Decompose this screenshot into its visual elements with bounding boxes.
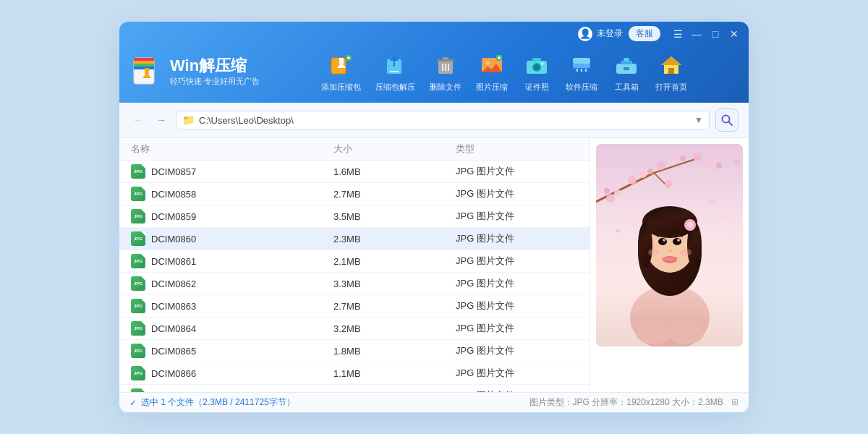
path-bar: 📁 C:\Users\Leo\Desktop\ ▼ xyxy=(176,111,710,129)
user-area: 👤 未登录 xyxy=(578,27,623,41)
file-name: DCIM0866 xyxy=(151,368,196,379)
avatar-icon: 👤 xyxy=(578,27,592,41)
file-type: JPG 图片文件 xyxy=(456,367,578,380)
file-info-text: 图片类型：JPG 分辨率：1920x1280 大小：2.3MB xyxy=(529,397,723,407)
svg-marker-48 xyxy=(661,56,681,65)
search-button[interactable] xyxy=(715,109,739,132)
toolbar-label-img-compress: 图片压缩 xyxy=(476,82,508,93)
file-name-cell: JPG DCIM0863 xyxy=(131,299,333,313)
svg-point-91 xyxy=(687,222,693,228)
file-name: DCIM0862 xyxy=(151,278,196,289)
svg-point-69 xyxy=(726,151,733,158)
toolbar-label-id-photo: 证件照 xyxy=(525,82,549,93)
table-row[interactable]: JPG DCIM0858 2.7MB JPG 图片文件 xyxy=(119,183,590,205)
selection-text: 选中 1 个文件（2.3MB / 2411725字节） xyxy=(141,396,295,409)
svg-point-93 xyxy=(668,323,704,344)
grid-icon[interactable]: ⊞ xyxy=(731,397,739,407)
jpg-icon: JPG xyxy=(131,276,145,291)
svg-point-88 xyxy=(648,249,660,256)
file-type: JPG 图片文件 xyxy=(456,277,578,290)
table-row[interactable]: JPG DCIM0861 2.1MB JPG 图片文件 xyxy=(119,250,590,273)
file-size: 2.1MB xyxy=(333,256,456,267)
header-main: Win解压缩 轻巧快速·专业好用无广告 添加压缩包 压缩包解压 删除文件 图片压… xyxy=(119,43,749,103)
logo-area: Win解压缩 轻巧快速·专业好用无广告 xyxy=(131,56,260,88)
toolbar-item-delete-file[interactable]: 删除文件 xyxy=(424,48,467,95)
svg-rect-22 xyxy=(443,57,448,60)
toolbar-icon-img-compress xyxy=(478,51,506,79)
svg-point-85 xyxy=(677,239,680,242)
table-row[interactable]: JPG DCIM0863 2.7MB JPG 图片文件 xyxy=(119,295,590,318)
file-name-cell: JPG DCIM0866 xyxy=(131,366,333,380)
svg-line-51 xyxy=(729,122,733,126)
toolbar-item-tools[interactable]: 工具箱 xyxy=(606,48,647,95)
file-size: 3.5MB xyxy=(333,211,456,222)
svg-point-62 xyxy=(657,161,665,170)
col-name: 名称 xyxy=(131,142,333,156)
toolbar-item-add-archive[interactable]: 添加压缩包 xyxy=(315,48,367,95)
nav-bar: ← → 📁 C:\Users\Leo\Desktop\ ▼ xyxy=(119,103,749,138)
preview-panel xyxy=(590,138,749,392)
table-row[interactable]: JPG DCIM0860 2.3MB JPG 图片文件 xyxy=(119,228,590,250)
svg-point-89 xyxy=(680,249,692,256)
svg-point-60 xyxy=(639,171,647,178)
svg-rect-49 xyxy=(668,68,674,74)
list-header: 名称 大小 类型 xyxy=(119,138,590,161)
file-type: JPG 图片文件 xyxy=(456,210,578,223)
service-button[interactable]: 客服 xyxy=(629,26,660,41)
jpg-icon: JPG xyxy=(131,164,145,179)
close-button[interactable]: ✕ xyxy=(728,28,740,40)
toolbar-item-open-home[interactable]: 打开首页 xyxy=(650,48,693,95)
svg-point-82 xyxy=(658,238,667,245)
svg-rect-45 xyxy=(624,58,629,61)
col-type: 类型 xyxy=(456,142,578,156)
status-left: ✓ 选中 1 个文件（2.3MB / 2411725字节） xyxy=(129,396,295,409)
table-row[interactable]: JPG DCIM0865 1.8MB JPG 图片文件 xyxy=(119,340,590,362)
jpg-icon: JPG xyxy=(131,209,145,224)
toolbar-item-id-photo[interactable]: 证件照 xyxy=(516,48,557,95)
status-bar: ✓ 选中 1 个文件（2.3MB / 2411725字节） 图片类型：JPG 分… xyxy=(119,392,749,412)
file-name-cell: JPG DCIM0860 xyxy=(131,231,333,246)
folder-icon: 📁 xyxy=(182,114,195,126)
svg-point-67 xyxy=(665,180,672,187)
svg-rect-12 xyxy=(339,58,344,64)
minimize-button[interactable]: — xyxy=(691,28,702,40)
table-row[interactable]: JPG DCIM0857 1.6MB JPG 图片文件 xyxy=(119,161,590,183)
file-name: DCIM0863 xyxy=(151,301,196,312)
window-controls: ☰ — □ ✕ xyxy=(672,28,740,40)
toolbar-item-soft-compress[interactable]: 软件压缩 xyxy=(560,48,603,95)
jpg-icon: JPG xyxy=(131,321,145,336)
path-dropdown[interactable]: ▼ xyxy=(694,115,703,125)
toolbar-label-add-archive: 添加压缩包 xyxy=(321,82,361,93)
table-row[interactable]: JPG DCIM0862 3.3MB JPG 图片文件 xyxy=(119,273,590,295)
forward-button[interactable]: → xyxy=(153,111,170,129)
toolbar-item-decompress[interactable]: 压缩包解压 xyxy=(370,48,421,95)
svg-rect-8 xyxy=(145,68,149,74)
toolbar-item-img-compress[interactable]: 图片压缩 xyxy=(470,48,514,95)
file-type: JPG 图片文件 xyxy=(456,344,578,357)
toolbar-icon-tools xyxy=(613,51,640,79)
jpg-icon: JPG xyxy=(131,366,145,380)
toolbar-icon-id-photo xyxy=(523,51,550,79)
file-size: 2.7MB xyxy=(333,189,456,200)
jpg-icon: JPG xyxy=(131,187,145,201)
table-row[interactable]: JPG DCIM0866 1.1MB JPG 图片文件 xyxy=(119,362,590,385)
svg-rect-6 xyxy=(134,67,154,69)
toolbar: 添加压缩包 压缩包解压 删除文件 图片压缩 证件照 软件压缩 工具箱 xyxy=(271,48,737,95)
back-button[interactable]: ← xyxy=(129,111,147,129)
jpg-icon: JPG xyxy=(131,388,145,392)
svg-point-34 xyxy=(534,64,540,70)
menu-icon[interactable]: ☰ xyxy=(672,28,684,40)
table-row[interactable]: JPG DCIM0859 3.5MB JPG 图片文件 xyxy=(119,205,590,228)
file-size: 3.3MB xyxy=(333,278,456,289)
table-row[interactable]: JPG DCIM0864 3.2MB JPG 图片文件 xyxy=(119,318,590,340)
jpg-icon: JPG xyxy=(131,231,145,246)
svg-point-36 xyxy=(541,62,544,65)
file-name: DCIM0861 xyxy=(151,256,196,267)
file-name-cell: JPG DCIM0864 xyxy=(131,321,333,336)
file-size: 1.8MB xyxy=(333,346,456,357)
file-name: DCIM0857 xyxy=(151,166,196,177)
header: 👤 未登录 客服 ☰ — □ ✕ xyxy=(119,22,749,103)
jpg-icon: JPG xyxy=(131,299,145,313)
maximize-button[interactable]: □ xyxy=(710,28,721,40)
table-row[interactable]: JPG DCIM0867 3.2MB JPG 图片文件 xyxy=(119,385,590,392)
